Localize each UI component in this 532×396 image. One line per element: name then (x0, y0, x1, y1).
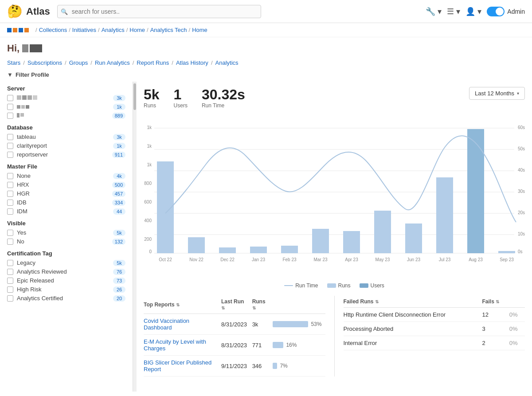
wrench-menu[interactable]: 🔧 ▾ (426, 7, 442, 16)
bar-may23 (374, 211, 391, 253)
breadcrumb-logo (7, 27, 34, 33)
sidebar-server-check-1[interactable] (7, 104, 13, 110)
col-last-run[interactable]: Last Run ⇅ (221, 296, 252, 314)
report-link-1[interactable]: E-M Acuity by Level with Charges (144, 335, 221, 356)
subnav-sep2: / (90, 59, 92, 66)
fails-pct-0: 0% (509, 308, 525, 322)
svg-text:400: 400 (144, 218, 152, 223)
user-name-blocks (22, 44, 42, 52)
bc-link-analytics[interactable]: Analytics (102, 27, 125, 33)
sidebar-server-item-0: 3k (7, 94, 125, 101)
col-runs[interactable]: Runs ⇅ (252, 296, 273, 314)
sidebar-ct-badge-3: 26 (113, 286, 125, 293)
last-run-1: 8/31/2023 (221, 335, 252, 356)
sidebar-mf-check-2[interactable] (7, 191, 13, 197)
sidebar-server-label-2 (17, 112, 109, 119)
bar-aug23 (467, 129, 484, 253)
time-filter-arrow: ▾ (517, 91, 519, 96)
sidebar-ct-check-0[interactable] (7, 260, 13, 266)
failed-name-0: Http Runtime Client Disconnection Error (344, 308, 482, 322)
sidebar-vis-check-1[interactable] (7, 239, 13, 245)
top-reports-data-table: Top Reports ⇅ Last Run ⇅ Runs ⇅ Covid Va… (144, 296, 325, 376)
legend-runtime-label: Run Time (295, 282, 318, 289)
stat-users-value: 1 (174, 87, 188, 102)
sidebar-vis-check-0[interactable] (7, 230, 13, 236)
subnav-sep3: / (133, 59, 134, 66)
subnav-subscriptions[interactable]: Subscriptions (27, 59, 62, 66)
sidebar-ct-label-0: Legacy (17, 259, 110, 266)
table-section: Top Reports ⇅ Last Run ⇅ Runs ⇅ Covid Va… (144, 296, 525, 376)
report-link-0[interactable]: Covid Vaccination Dashboard (144, 314, 221, 335)
subnav-stars[interactable]: Stars (7, 59, 20, 66)
sidebar-mf-check-0[interactable] (7, 173, 13, 179)
user-menu[interactable]: 👤 ▾ (466, 7, 481, 16)
sidebar-mf-check-3[interactable] (7, 200, 13, 206)
sidebar-db-check-0[interactable] (7, 134, 13, 140)
bc-link-initiatives[interactable]: Initiatives (72, 27, 96, 33)
search-input[interactable] (57, 5, 261, 18)
fails-1: 3 (482, 322, 509, 336)
bc-link-analytics-tech[interactable]: Analytics Tech (150, 27, 187, 33)
col-top-reports[interactable]: Top Reports ⇅ (144, 296, 221, 314)
legend-users-label: Users (371, 282, 384, 289)
progress-bar-0 (273, 321, 308, 327)
stats-row: 5k Runs 1 Users 30.32s Run Time Last 12 … (144, 87, 525, 109)
bc-logo-sq2 (13, 28, 17, 32)
sidebar-server-item-1: 1k (7, 103, 125, 110)
sidebar-server-check-2[interactable] (7, 113, 13, 119)
admin-toggle[interactable] (487, 7, 505, 16)
svg-text:60s: 60s (518, 125, 525, 130)
sort-last-run[interactable]: ⇅ (221, 306, 225, 310)
sidebar-db-check-2[interactable] (7, 152, 13, 158)
sidebar-mf-label-1: HRX (17, 181, 109, 188)
svg-text:1k: 1k (147, 125, 152, 130)
sidebar-mf-item-0: None 4k (7, 173, 125, 179)
bc-link-collections[interactable]: Collections (39, 27, 67, 33)
sub-nav: Stars / Subscriptions / Groups / Run Ana… (0, 58, 532, 70)
sidebar-server-badge-0: 3k (113, 95, 125, 101)
bc-logo-sq1 (7, 28, 12, 32)
sidebar-db-badge-2: 911 (112, 152, 125, 158)
bc-sep1: / (69, 27, 70, 33)
sidebar-server-item-2: 889 (7, 112, 125, 119)
sidebar-mf-check-4[interactable] (7, 208, 13, 215)
list-menu[interactable]: ☰ ▾ (447, 7, 460, 16)
sort-runs[interactable]: ⇅ (252, 306, 256, 310)
svg-text:200: 200 (144, 237, 152, 242)
subnav-report-runs[interactable]: Report Runs (137, 59, 169, 66)
sidebar-server-badge-1: 1k (113, 104, 125, 110)
name-block-1 (22, 44, 28, 52)
subnav-analytics[interactable]: Analytics (215, 59, 239, 66)
sidebar-ct-check-2[interactable] (7, 278, 13, 284)
stat-runs: 5k Runs (144, 87, 160, 109)
subnav-atlas-history[interactable]: Atlas History (176, 59, 208, 66)
sidebar-ct-check-1[interactable] (7, 269, 13, 275)
svg-text:600: 600 (144, 200, 152, 204)
failed-runs-table: Failed Runs ⇅ Fails ⇅ Http Runtime Clien… (344, 296, 525, 376)
header-right: 🔧 ▾ ☰ ▾ 👤 ▾ Admin (426, 7, 525, 16)
sidebar-db-check-1[interactable] (7, 143, 13, 149)
col-fails[interactable]: Fails ⇅ (482, 296, 509, 308)
subnav-run-analytics[interactable]: Run Analytics (95, 59, 130, 66)
sidebar-ct-label-2: Epic Released (17, 277, 110, 284)
svg-text:Feb 23: Feb 23 (282, 257, 297, 262)
bar-feb23 (281, 246, 298, 253)
subnav-groups[interactable]: Groups (69, 59, 88, 66)
bc-link-home[interactable]: Home (129, 27, 145, 33)
sort-fails[interactable]: ⇅ (496, 299, 499, 304)
bar-nov22 (188, 237, 205, 253)
legend-runs: Runs (327, 282, 351, 289)
sort-failed-runs[interactable]: ⇅ (375, 299, 379, 304)
bc-link-home2[interactable]: Home (192, 27, 207, 33)
report-link-2[interactable]: BIG Slicer Dicer Published Report (144, 356, 221, 376)
sidebar-ct-check-3[interactable] (7, 286, 13, 293)
sidebar-scrollbar[interactable] (133, 82, 137, 392)
legend-users-color (360, 283, 368, 288)
sidebar-server-check-0[interactable] (7, 95, 13, 101)
col-failed-runs[interactable]: Failed Runs ⇅ (344, 296, 482, 308)
sidebar-mf-check-1[interactable] (7, 182, 13, 188)
sidebar-ct-check-4[interactable] (7, 295, 13, 302)
time-filter-dropdown[interactable]: Last 12 Months ▾ (469, 87, 525, 100)
sort-top-reports[interactable]: ⇅ (176, 302, 180, 307)
svg-text:Apr 23: Apr 23 (345, 257, 358, 262)
